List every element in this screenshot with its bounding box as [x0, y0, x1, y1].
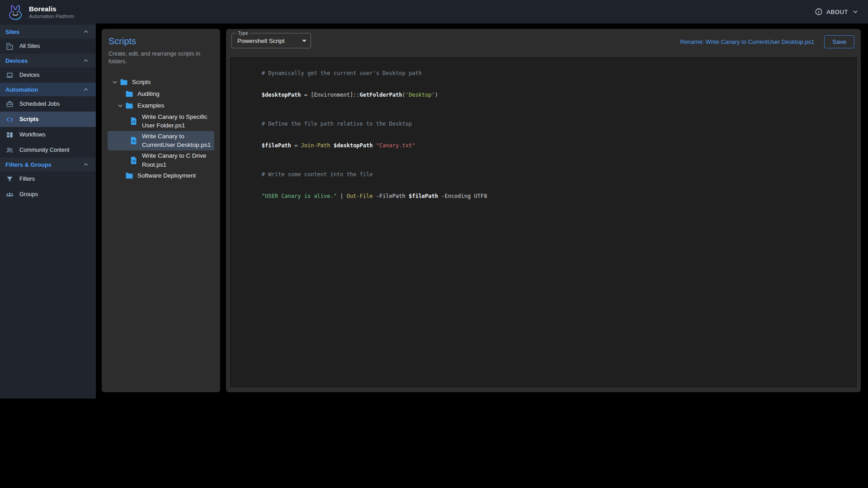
code-token: UTF8	[471, 193, 487, 199]
code-line: # Dynamically get the current user's Des…	[236, 62, 851, 84]
tree-folder-auditing[interactable]: Auditing	[108, 88, 214, 100]
file-icon	[129, 117, 139, 126]
brand-name: Borealis	[29, 5, 74, 13]
code-token: -FilePath	[376, 193, 406, 199]
code-token: "Canary.txt"	[376, 142, 415, 149]
code-token: =	[301, 92, 311, 98]
sidebar-item-label: All Sites	[19, 43, 40, 49]
tree-file-write-canary-specific-user[interactable]: Write Canary to Specific User Folder.ps1	[108, 112, 214, 131]
tree-file-write-canary-currentuser-desktop[interactable]: Write Canary to CurrentUser Desktop.ps1	[108, 131, 214, 150]
brand-subtitle: Automation Platform	[29, 14, 74, 19]
chevron-spacer	[120, 117, 129, 126]
section-label: Automation	[5, 86, 38, 93]
chevron-spacer	[120, 136, 129, 145]
script-editor-panel: Type Powershell Script Rename: Write Can…	[226, 29, 861, 392]
tree-item-label: Examples	[137, 101, 164, 110]
script-type-select[interactable]: Type Powershell Script	[231, 33, 311, 48]
sidebar-item-scripts[interactable]: Scripts	[0, 112, 96, 127]
file-icon	[129, 136, 139, 145]
code-line-empty	[236, 106, 851, 113]
sidebar-section-filters-groups[interactable]: Filters & Groups	[0, 158, 96, 171]
editor-toolbar: Type Powershell Script Rename: Write Can…	[226, 29, 861, 57]
tree-folder-scripts[interactable]: Scripts	[108, 76, 214, 88]
code-token: "USER Canary is alive."	[262, 193, 337, 199]
scheduled-jobs-icon	[5, 100, 14, 108]
brand: Borealis Automation Platform	[6, 3, 74, 21]
scripts-icon	[5, 115, 14, 124]
brand-text: Borealis Automation Platform	[29, 5, 74, 19]
code-token: $filePath	[409, 193, 438, 199]
sidebar-item-label: Filters	[19, 176, 35, 182]
section-label: Devices	[5, 57, 28, 64]
rename-link[interactable]: Rename: Write Canary to CurrentUser Desk…	[680, 38, 815, 45]
app-root: Borealis Automation Platform ABOUT Sites	[0, 0, 868, 488]
chevron-down-icon[interactable]	[110, 78, 119, 87]
sidebar-item-scheduled-jobs[interactable]: Scheduled Jobs	[0, 96, 96, 112]
code-editor[interactable]: # Dynamically get the current user's Des…	[230, 57, 857, 387]
code-token: $desktopPath	[262, 92, 301, 98]
tree-folder-software-deployment[interactable]: Software Deployment	[108, 170, 214, 182]
tree-item-label: Software Deployment	[137, 171, 196, 180]
dropdown-arrow-icon	[302, 40, 307, 42]
code-line: # Write some content into the file	[236, 164, 851, 185]
chevron-spacer	[116, 171, 125, 180]
sidebar-section-sites[interactable]: Sites	[0, 25, 96, 38]
sidebar-item-label: Groups	[19, 191, 38, 197]
code-token: # Write some content into the file	[262, 171, 373, 178]
sidebar-item-groups[interactable]: Groups	[0, 187, 96, 202]
code-token: |	[337, 193, 347, 199]
devices-icon	[5, 71, 14, 80]
chevron-up-icon	[82, 28, 90, 35]
sidebar: Sites All Sites Devices Devices Automati…	[0, 23, 96, 399]
code-line: "USER Canary is alive." | Out-File -File…	[236, 185, 851, 207]
sidebar-item-label: Scripts	[19, 116, 38, 122]
borealis-logo	[6, 3, 24, 21]
code-token: 'Desktop'	[406, 92, 435, 98]
folder-icon	[125, 171, 135, 180]
code-token: (	[402, 92, 405, 98]
tree-file-write-canary-c-drive-root[interactable]: Write Canary to C Drive Root.ps1	[108, 150, 214, 170]
toolbar-right: Rename: Write Canary to CurrentUser Desk…	[680, 35, 855, 48]
sidebar-item-filters[interactable]: Filters	[0, 171, 96, 187]
type-select-value: Powershell Script	[237, 38, 284, 44]
sidebar-item-community-content[interactable]: Community Content	[0, 142, 96, 158]
code-token: ::	[353, 92, 359, 98]
code-token	[330, 142, 334, 149]
sidebar-item-label: Scheduled Jobs	[19, 101, 60, 107]
scripts-tree-panel: Scripts Create, edit, and rearrange scri…	[102, 29, 220, 392]
sidebar-section-automation[interactable]: Automation	[0, 83, 96, 96]
chevron-up-icon	[82, 161, 90, 168]
filters-icon	[5, 175, 14, 183]
tree-item-label: Scripts	[132, 78, 151, 87]
code-line: $filePath = Join-Path $desktopPath "Cana…	[236, 135, 851, 156]
sidebar-section-devices[interactable]: Devices	[0, 54, 96, 67]
code-token: Join-Path	[301, 142, 330, 149]
tree-item-label: Write Canary to CurrentUser Desktop.ps1	[142, 132, 214, 150]
sidebar-item-label: Workflows	[19, 131, 45, 138]
sidebar-item-all-sites[interactable]: All Sites	[0, 38, 96, 54]
folder-icon	[119, 78, 129, 87]
tree-folder-examples[interactable]: Examples	[108, 100, 214, 112]
sidebar-item-devices[interactable]: Devices	[0, 67, 96, 83]
about-label: ABOUT	[826, 9, 848, 15]
sidebar-item-workflows[interactable]: Workflows	[0, 127, 96, 142]
groups-icon	[5, 190, 14, 199]
about-menu-button[interactable]: ABOUT	[815, 8, 859, 16]
code-line: $desktopPath = [Environment]::GetFolderP…	[236, 84, 851, 106]
code-token: =	[291, 142, 301, 149]
chevron-spacer	[120, 156, 129, 165]
code-line: # Define the file path relative to the D…	[236, 113, 851, 135]
sidebar-item-label: Devices	[19, 72, 39, 78]
save-button[interactable]: Save	[824, 35, 854, 48]
code-token: -Encoding	[441, 193, 471, 199]
code-token	[373, 142, 376, 149]
info-icon	[815, 8, 823, 16]
type-select-label: Type	[236, 30, 250, 36]
panel-title: Scripts	[108, 36, 214, 47]
chevron-up-icon	[82, 57, 90, 64]
code-line-empty	[236, 156, 851, 164]
chevron-down-icon[interactable]	[116, 101, 125, 110]
folder-icon	[125, 89, 135, 99]
folder-icon	[125, 101, 135, 110]
chevron-up-icon	[82, 86, 90, 93]
